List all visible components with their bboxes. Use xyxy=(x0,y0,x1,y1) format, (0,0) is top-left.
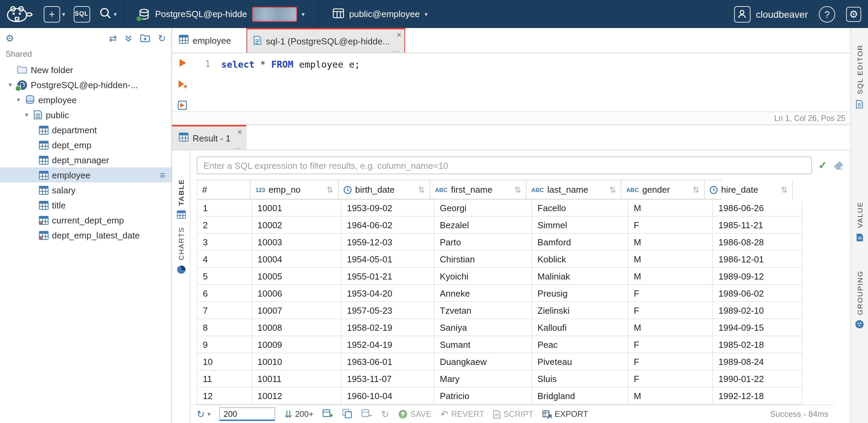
row-number-cell[interactable]: 1 xyxy=(197,200,252,217)
cell-hire_date[interactable]: 1989-06-02 xyxy=(713,285,802,302)
execution-plan-button[interactable] xyxy=(178,100,187,113)
cell-hire_date[interactable]: 1986-06-26 xyxy=(713,200,802,217)
tree-item-view-current_dept_emp[interactable]: current_dept_emp xyxy=(0,213,171,228)
chevron-down-icon[interactable]: ▾ xyxy=(23,111,30,118)
cell-last_name[interactable]: Preusig xyxy=(532,285,628,302)
tree-item-table-employee[interactable]: employee ≡ xyxy=(0,167,171,182)
cell-last_name[interactable]: Koblick xyxy=(532,251,628,268)
cell-gender[interactable]: F xyxy=(628,302,713,319)
cell-gender[interactable]: F xyxy=(628,370,713,387)
cell-first_name[interactable]: Anneke xyxy=(434,285,532,302)
tab-result-1[interactable]: Result - 1 × … xyxy=(172,125,246,150)
cell-first_name[interactable]: Bezalel xyxy=(434,217,532,234)
table-row[interactable]: 10 10010 1963-06-01 Duangkaew Piveteau F… xyxy=(197,353,722,370)
cell-gender[interactable]: M xyxy=(628,234,713,251)
cell-birth_date[interactable]: 1964-06-02 xyxy=(341,217,434,234)
column-header-gender[interactable]: ABC gender ⇅ xyxy=(621,180,705,199)
sort-icon[interactable]: ⇅ xyxy=(326,185,333,194)
cell-first_name[interactable]: Sumant xyxy=(434,336,532,353)
user-menu-button[interactable]: cloudbeaver xyxy=(734,6,808,22)
cell-emp_no[interactable]: 10010 xyxy=(252,353,341,370)
cell-birth_date[interactable]: 1960-10-04 xyxy=(341,387,434,405)
cell-last_name[interactable]: Peac xyxy=(532,336,628,353)
tree-item-table-department[interactable]: department xyxy=(0,122,171,137)
cell-gender[interactable]: M xyxy=(628,387,713,405)
tree-item-database[interactable]: ▾ employee xyxy=(0,92,171,107)
table-row[interactable]: 8 10008 1958-02-19 Saniya Kalloufi M 199… xyxy=(197,319,722,336)
filter-input[interactable] xyxy=(197,156,812,174)
execute-query-button[interactable] xyxy=(178,58,187,70)
row-number-cell[interactable]: 9 xyxy=(197,336,252,353)
cell-first_name[interactable]: Mary xyxy=(434,370,532,387)
row-limit-input[interactable] xyxy=(220,407,276,421)
table-row[interactable]: 7 10007 1957-05-23 Tzvetan Zielinski F 1… xyxy=(197,302,722,319)
refresh-tree-button[interactable]: ↻ xyxy=(158,33,166,43)
tree-item-connection[interactable]: ▾ PostgreSQL@ep-hidden-... xyxy=(0,77,171,92)
cell-birth_date[interactable]: 1954-05-01 xyxy=(341,251,434,268)
cell-gender[interactable]: M xyxy=(628,251,713,268)
column-header-first_name[interactable]: ABC first_name ⇅ xyxy=(430,180,527,199)
table-row[interactable]: 3 10003 1959-12-03 Parto Bamford M 1986-… xyxy=(197,234,722,251)
cell-hire_date[interactable]: 1989-02-10 xyxy=(713,302,802,319)
column-header-hire_date[interactable]: hire_date ⇅ xyxy=(705,180,793,199)
cell-first_name[interactable]: Duangkaew xyxy=(434,353,532,370)
add-row-button[interactable] xyxy=(322,408,333,420)
more-icon[interactable]: … xyxy=(233,142,241,150)
add-folder-button[interactable] xyxy=(140,34,151,42)
table-row[interactable]: 4 10004 1954-05-01 Chirstian Koblick M 1… xyxy=(197,251,722,268)
script-button[interactable]: SCRIPT xyxy=(493,409,533,419)
settings-button[interactable]: ⚙ xyxy=(846,6,861,22)
tab-sql-editor-panel[interactable]: SQL EDITOR xyxy=(855,45,864,108)
revert-button[interactable]: ↶ REVERT xyxy=(440,409,484,419)
collapse-all-button[interactable] xyxy=(125,34,133,42)
sort-icon[interactable]: ⇅ xyxy=(609,185,616,194)
new-connection-button[interactable]: + ▾ xyxy=(44,6,65,22)
cell-hire_date[interactable]: 1986-08-28 xyxy=(713,234,802,251)
cell-hire_date[interactable]: 1990-01-22 xyxy=(713,370,802,387)
cell-hire_date[interactable]: 1992-12-18 xyxy=(713,387,802,405)
row-number-cell[interactable]: 6 xyxy=(197,285,252,302)
cell-first_name[interactable]: Patricio xyxy=(434,387,532,405)
delete-row-button[interactable] xyxy=(361,408,372,420)
cell-gender[interactable]: F xyxy=(628,336,713,353)
open-sql-editor-button[interactable]: SQL xyxy=(73,6,90,22)
cell-birth_date[interactable]: 1952-04-19 xyxy=(341,336,434,353)
cell-emp_no[interactable]: 10006 xyxy=(252,285,341,302)
tab-grouping-panel[interactable]: GROUPING xyxy=(855,270,864,328)
cell-gender[interactable]: F xyxy=(628,285,713,302)
column-header-last_name[interactable]: ABC last_name ⇅ xyxy=(527,180,621,199)
refresh-results-button[interactable]: ↻ ▾ xyxy=(197,409,211,419)
cell-last_name[interactable]: Facello xyxy=(532,200,628,217)
cell-gender[interactable]: M xyxy=(628,319,713,336)
chevron-down-icon[interactable]: ▾ xyxy=(15,96,22,103)
cell-emp_no[interactable]: 10012 xyxy=(252,387,341,405)
tab-value-panel[interactable]: VALUE xyxy=(855,202,864,242)
cell-emp_no[interactable]: 10009 xyxy=(252,336,341,353)
tree-item-table-salary[interactable]: salary xyxy=(0,182,171,197)
cell-last_name[interactable]: Kalloufi xyxy=(532,319,628,336)
auto-refresh-button[interactable]: ↻ xyxy=(381,409,389,419)
row-number-cell[interactable]: 10 xyxy=(197,353,252,370)
cell-gender[interactable]: M xyxy=(628,268,713,285)
cell-hire_date[interactable]: 1986-12-01 xyxy=(713,251,802,268)
row-number-cell[interactable]: 2 xyxy=(197,217,252,234)
save-button[interactable]: SAVE xyxy=(398,409,432,419)
duplicate-row-button[interactable] xyxy=(342,408,352,420)
cell-hire_date[interactable]: 1989-08-24 xyxy=(713,353,802,370)
cell-last_name[interactable]: Zielinski xyxy=(532,302,628,319)
cell-first_name[interactable]: Georgi xyxy=(434,200,532,217)
cell-emp_no[interactable]: 10005 xyxy=(252,268,341,285)
close-icon[interactable]: × xyxy=(237,127,242,137)
sort-icon[interactable]: ⇅ xyxy=(418,185,425,194)
cell-birth_date[interactable]: 1955-01-21 xyxy=(341,268,434,285)
tree-item-table-dept_emp[interactable]: dept_emp xyxy=(0,137,171,152)
sql-editor[interactable]: 1 select * FROM employee e; xyxy=(172,53,868,111)
more-icon[interactable]: … xyxy=(393,45,401,53)
item-menu-icon[interactable]: ≡ xyxy=(160,169,165,180)
apply-filter-icon[interactable]: ✓ xyxy=(818,159,827,172)
tree-item-table-title[interactable]: title xyxy=(0,197,171,213)
cell-first_name[interactable]: Tzvetan xyxy=(434,302,532,319)
cell-last_name[interactable]: Simmel xyxy=(532,217,628,234)
help-button[interactable]: ? xyxy=(819,6,835,22)
cell-gender[interactable]: M xyxy=(628,200,713,217)
